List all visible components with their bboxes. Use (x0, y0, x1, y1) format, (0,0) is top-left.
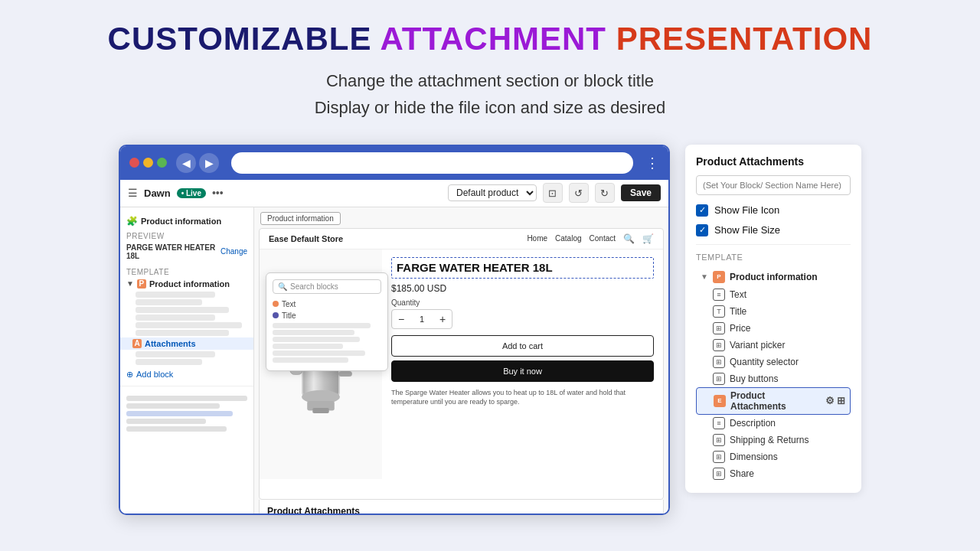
buy-now-button[interactable]: Buy it now (391, 360, 654, 382)
product-selector[interactable]: Default product (448, 184, 537, 201)
attachment-sidebar-icon: A (132, 339, 142, 348)
search-result-1[interactable]: Text (273, 298, 381, 310)
show-icon-row: ✓ Show File Icon (696, 204, 851, 217)
search-icon[interactable]: 🔍 (623, 233, 635, 244)
search-result-placeholder-5 (273, 350, 365, 356)
attachments-title: Product Attachments (267, 506, 655, 514)
sidebar-placeholder-3 (136, 307, 229, 313)
editor-content: Product information Ease Default Store H… (254, 207, 668, 514)
result-dot-2 (273, 312, 279, 318)
search-result-placeholder-1 (273, 323, 371, 328)
nav-contact[interactable]: Contact (590, 234, 616, 243)
redo-icon[interactable]: ↻ (595, 183, 615, 203)
tree-text[interactable]: ≡ Text (696, 286, 851, 303)
tree-title-icon: T (713, 305, 725, 318)
hero-section: CUSTOMIZABLE ATTACHMENT PRESENTATION Cha… (0, 0, 980, 137)
tree-buy-icon: ⊞ (713, 373, 725, 385)
preview-product-name: PARGE WATER HEATER 18L (126, 243, 217, 260)
hero-title-word3: PRESENTATION (616, 21, 873, 57)
expand-icon: ▼ (126, 279, 134, 288)
tree-share-icon: ⊞ (713, 468, 725, 480)
nav-catalog[interactable]: Catalog (555, 234, 581, 243)
maximize-dot[interactable] (157, 158, 167, 168)
nav-home[interactable]: Home (527, 234, 547, 243)
minimize-dot[interactable] (143, 158, 153, 168)
search-result-2[interactable]: Title (273, 310, 381, 321)
right-panel: Product Attachments ✓ Show File Icon ✓ S… (685, 145, 861, 493)
section-name-input[interactable] (696, 175, 851, 195)
browser-dots (129, 158, 167, 168)
template-product-info[interactable]: ▼ P Product information (120, 278, 253, 290)
undo-icon[interactable]: ↺ (569, 183, 589, 203)
tree-title[interactable]: T Title (696, 303, 851, 320)
sidebar-placeholder-1 (136, 292, 215, 298)
browser-menu-icon[interactable]: ⋮ (645, 155, 659, 171)
search-input-mock[interactable]: 🔍 Search blocks (273, 279, 381, 294)
main-container: ◀ ▶ ⋮ ☰ Dawn • Live ••• Default product … (0, 145, 980, 515)
tree-expand-icon: ▼ (701, 272, 708, 281)
search-magnifier-icon: 🔍 (278, 282, 287, 291)
search-placeholder: Search blocks (290, 282, 338, 291)
qty-value: 1 (410, 315, 433, 324)
qty-minus-button[interactable]: − (392, 310, 410, 328)
bottom-placeholder-3 (126, 411, 233, 416)
preview-icon[interactable]: ⊡ (543, 183, 563, 203)
show-icon-checkbox[interactable]: ✓ (696, 204, 708, 217)
save-button[interactable]: Save (621, 184, 661, 201)
product-info-breadcrumb: Product information (260, 212, 341, 225)
tree-description[interactable]: ≡ Description (696, 415, 851, 432)
tree-product-attachments[interactable]: E Product Attachments ⚙ ⊞ (696, 387, 851, 415)
hero-title-word1: CUSTOMIZABLE (108, 21, 372, 57)
result-label-1: Text (282, 300, 296, 308)
tree-variant-picker[interactable]: ⊞ Variant picker (696, 337, 851, 354)
tree-quantity-selector[interactable]: ⊞ Quantity selector (696, 354, 851, 370)
close-dot[interactable] (129, 158, 139, 168)
store-brand: Ease Default Store (269, 234, 519, 243)
bottom-placeholder-1 (126, 396, 247, 401)
result-label-2: Title (282, 311, 296, 320)
tree-shipping-icon: ⊞ (713, 434, 725, 446)
tree-buy-buttons[interactable]: ⊞ Buy buttons (696, 370, 851, 387)
address-bar[interactable] (231, 152, 633, 174)
tree-shipping-label: Shipping & Returns (730, 435, 808, 445)
sidebar-placeholder-5 (136, 322, 242, 328)
bottom-placeholder-2 (126, 403, 220, 409)
hero-title-word2: ATTACHMENT (381, 21, 606, 57)
tree-price[interactable]: ⊞ Price (696, 320, 851, 337)
product-details: FARGE WATER HEATER 18L $185.00 USD Quant… (382, 249, 663, 479)
tree-title-label: Title (730, 306, 746, 317)
template-section-label: TEMPLATE (696, 253, 851, 262)
editor-bar: ☰ Dawn • Live ••• Default product ⊡ ↺ ↻ … (120, 180, 668, 207)
tree-product-info[interactable]: ▼ P Product information (696, 268, 851, 286)
forward-button[interactable]: ▶ (199, 153, 219, 173)
cart-icon[interactable]: 🛒 (642, 233, 654, 244)
add-block-label: Add block (136, 370, 173, 379)
change-button[interactable]: Change (220, 247, 247, 256)
panel-divider (696, 244, 851, 245)
tree-buy-label: Buy buttons (730, 373, 778, 384)
editor-more-icon[interactable]: ••• (212, 187, 224, 199)
hero-subtitle-line1: Change the attachment section or block t… (31, 67, 949, 94)
svg-rect-9 (312, 407, 328, 412)
sidebar-placeholder-4 (136, 315, 215, 321)
add-block-button[interactable]: ⊕ Add block (120, 367, 253, 383)
tree-gear-settings[interactable]: ⚙ ⊞ (825, 395, 845, 406)
show-size-row: ✓ Show File Size (696, 224, 851, 236)
browser-chrome: ◀ ▶ ⋮ (120, 146, 668, 180)
back-button[interactable]: ◀ (176, 153, 196, 173)
tree-shipping[interactable]: ⊞ Shipping & Returns (696, 432, 851, 448)
attachments-sidebar-item[interactable]: A Attachments (120, 337, 253, 350)
sidebar-placeholder-7 (136, 351, 215, 357)
sidebar-toggle-icon[interactable]: ☰ (128, 187, 138, 199)
qty-plus-button[interactable]: + (433, 310, 452, 328)
search-result-placeholder-4 (273, 344, 343, 349)
tree-product-info-label: Product information (730, 272, 818, 282)
search-result-placeholder-6 (273, 357, 348, 363)
add-to-cart-button[interactable]: Add to cart (391, 335, 654, 357)
live-badge: • Live (177, 188, 206, 198)
show-size-checkbox[interactable]: ✓ (696, 224, 708, 236)
tree-dimensions-label: Dimensions (730, 452, 778, 462)
store-name-label: Dawn (144, 187, 171, 199)
tree-share[interactable]: ⊞ Share (696, 465, 851, 482)
tree-dimensions[interactable]: ⊞ Dimensions (696, 448, 851, 465)
